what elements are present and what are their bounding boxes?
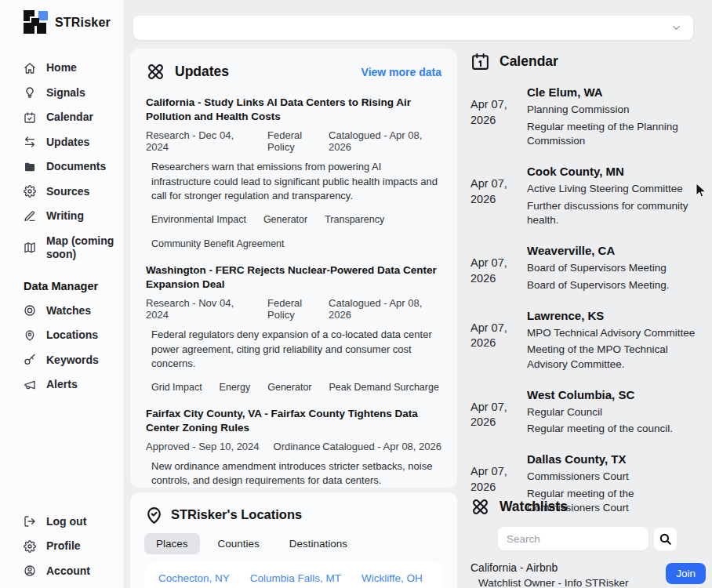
sidebar-footer-item[interactable]: Log out <box>0 510 123 535</box>
update-item[interactable]: Washington - FERC Rejects Nuclear-Powere… <box>146 263 441 393</box>
arrows-swap-icon <box>24 136 36 148</box>
update-title: California - Study Links AI Data Centers… <box>146 96 441 124</box>
locations-tab[interactable]: Destinations <box>278 533 359 554</box>
pin-icon <box>24 329 36 342</box>
sidebar-item-label: Documents <box>46 160 106 174</box>
pencil-icon <box>24 210 36 223</box>
event-city: Cook County, MN <box>527 165 701 178</box>
event-city: Dallas County, TX <box>527 452 701 466</box>
calendar-event: Apr 07, 2026 West Columbia, SC Regular C… <box>470 388 706 437</box>
crossed-bandage-icon <box>470 497 490 517</box>
update-catalogued-date: Catalogued - Apr 08, 2026 <box>329 297 441 321</box>
locations-title: STRisker's Locations <box>171 507 302 522</box>
watchlists-section: Watchlists California - Airbnb Watchlist… <box>470 497 706 588</box>
calendar-event: Apr 07, 2026 Weaverville, CA Board of Su… <box>470 244 706 292</box>
sidebar-footer-item[interactable]: Account <box>0 559 123 584</box>
location-link[interactable]: Columbia Falls, MT <box>250 572 341 584</box>
event-date: Apr 07, 2026 <box>470 388 527 437</box>
event-date: Apr 07, 2026 <box>470 165 527 227</box>
update-category: Ordinance <box>274 441 321 452</box>
locations-tab[interactable]: Places <box>144 533 200 554</box>
update-catalogued-date: Catalogued - Apr 08, 2026 <box>329 129 441 153</box>
sidebar-item-label: Log out <box>46 515 86 529</box>
crossed-bandage-icon <box>146 62 165 82</box>
sidebar-item-label: Keywords <box>46 354 99 368</box>
event-description: Meeting of the MPO Technical Advisory Co… <box>527 343 701 371</box>
sidebar-nav-item[interactable]: Alerts <box>0 372 123 397</box>
sidebar-footer-item[interactable]: Profile <box>0 534 123 559</box>
user-circle-icon <box>24 564 36 577</box>
sidebar-item-label: Watches <box>46 304 91 318</box>
sidebar-item-label: Calendar <box>46 111 93 125</box>
update-description: Researchers warn that emissions from pow… <box>146 160 438 203</box>
watchlist-search-input[interactable] <box>498 527 648 550</box>
sidebar-nav-item[interactable]: Calendar <box>0 105 123 130</box>
update-category: Federal Policy <box>267 129 329 153</box>
sidebar: STRisker Home Signals Calendar Updates <box>0 0 124 588</box>
update-tag: Environmental Impact <box>151 214 246 225</box>
map-icon <box>24 241 36 254</box>
target-icon <box>24 304 36 317</box>
home-icon <box>24 62 36 74</box>
pin-check-icon <box>144 506 162 523</box>
sidebar-nav-item[interactable]: Watches <box>0 299 123 324</box>
calendar-1-icon <box>470 52 490 71</box>
megaphone-icon <box>24 379 36 391</box>
calendar-event: Apr 07, 2026 Cook County, MN Active Livi… <box>470 165 706 227</box>
update-category: Federal Policy <box>267 297 329 321</box>
watchlist-item: California - Airbnb Watchlist Owner - In… <box>470 561 706 588</box>
sidebar-nav-item[interactable]: Documents <box>0 154 123 180</box>
update-catalogued-date: Catalogued - Apr 08, 2026 <box>322 441 441 452</box>
update-tag: Generator <box>263 214 307 225</box>
brand-logo-row[interactable]: STRisker <box>0 0 123 35</box>
event-committee: Active Living Steering Committee <box>527 182 701 196</box>
sidebar-item-label: Signals <box>46 86 85 100</box>
location-link[interactable]: Cochecton, NY <box>158 572 230 584</box>
locations-tab[interactable]: Counties <box>206 533 271 554</box>
sidebar-nav-item[interactable]: Home <box>0 56 123 81</box>
update-title: Washington - FERC Rejects Nuclear-Powere… <box>146 263 441 292</box>
event-committee: Commissioners Court <box>527 470 701 484</box>
update-description: Federal regulators deny expansion of a c… <box>146 328 438 371</box>
sidebar-nav-item[interactable]: Updates <box>0 130 123 155</box>
locations-card: STRisker's Locations Places Counties Des… <box>130 492 457 588</box>
calendar-event: Apr 07, 2026 Cle Elum, WA Planning Commi… <box>470 85 706 148</box>
strisker-logo-icon <box>24 10 49 35</box>
update-tag: Peak Demand Surcharge <box>329 382 439 393</box>
event-committee: Planning Commission <box>527 103 701 117</box>
lightbulb-icon <box>24 86 36 99</box>
sidebar-item-label: Profile <box>46 539 81 554</box>
update-tag: Generator <box>267 382 311 393</box>
update-item[interactable]: California - Study Links AI Data Centers… <box>146 96 441 249</box>
update-title: Fairfax City County, VA - Fairfax County… <box>146 407 441 435</box>
brand-name: STRisker <box>55 16 111 30</box>
sidebar-nav-item[interactable]: Locations <box>0 323 123 348</box>
sidebar-item-label: Writing <box>46 209 84 223</box>
data-manager-heading: Data Manager <box>0 267 123 297</box>
search-icon <box>659 532 672 546</box>
event-description: Regular meeting of the Planning Commissi… <box>527 120 701 148</box>
event-city: Cle Elum, WA <box>527 85 701 99</box>
watchlist-search-button[interactable] <box>654 528 677 550</box>
top-dropdown[interactable] <box>133 16 693 40</box>
update-status: Approved - Sep 10, 2024 <box>146 441 260 452</box>
sidebar-item-label: Home <box>46 61 77 75</box>
folder-icon <box>24 161 36 173</box>
logout-icon <box>24 515 36 528</box>
sidebar-nav-item[interactable]: Writing <box>0 204 123 229</box>
sidebar-nav-item[interactable]: Signals <box>0 81 123 106</box>
location-link[interactable]: Wickliffe, OH <box>361 572 423 584</box>
sidebar-nav-item[interactable]: Map (coming soon) <box>0 229 123 267</box>
event-city: Lawrence, KS <box>527 309 701 322</box>
view-more-data-link[interactable]: View more data <box>361 66 441 78</box>
sidebar-nav-item[interactable]: Sources <box>0 180 123 205</box>
sidebar-item-label: Account <box>46 564 90 579</box>
event-city: Weaverville, CA <box>527 244 701 257</box>
event-committee: Regular Council <box>527 405 701 419</box>
gear-icon <box>24 540 36 553</box>
event-description: Further discussions for community health… <box>527 199 701 227</box>
update-tag: Grid Impact <box>151 382 202 393</box>
calendar-check-icon <box>24 111 36 124</box>
join-button[interactable]: Join <box>666 563 706 584</box>
sidebar-nav-item[interactable]: Keywords <box>0 348 123 373</box>
